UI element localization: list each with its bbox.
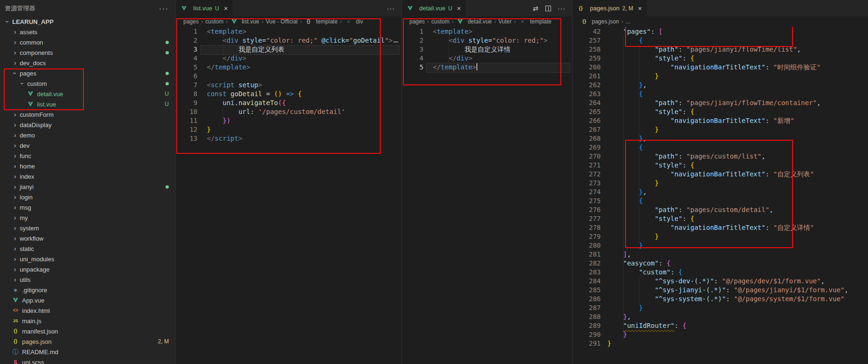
code-editor-detail-vue[interactable]: 1<template>2 <div style="color: red;">3 … [402,27,572,364]
tree-file-README.md[interactable]: ⓘREADME.md [0,347,175,357]
split-editor-icon[interactable] [545,6,551,11]
code-line-4[interactable]: 4 </div> [402,54,572,63]
code-line-287[interactable]: 287 } [573,303,868,312]
breadcrumb-item[interactable]: ... [626,18,630,25]
breadcrumb-item[interactable]: ○template [518,18,551,25]
tree-file-pages.json[interactable]: {}pages.json2, M [0,336,175,347]
code-line-281[interactable]: 281 ], [573,250,868,259]
code-line-260[interactable]: 260 "navigationBarTitleText": "时间组件验证" [573,63,868,72]
breadcrumb-item[interactable]: detail.vue [456,18,491,25]
close-icon[interactable]: × [457,5,461,12]
code-line-284[interactable]: 284 "^sys-dev-(.*)": "@/pages/dev/$1/for… [573,277,868,286]
tree-folder-index[interactable]: ›index [0,171,175,182]
close-icon[interactable]: × [638,5,642,12]
breadcrumb-item[interactable]: {}template [304,18,338,25]
tab-pages-json[interactable]: {} pages.json 2, M × [573,0,647,16]
tree-folder-uni_modules[interactable]: ›uni_modules [0,254,175,264]
code-line-269[interactable]: 269 { [573,143,868,152]
tree-folder-common[interactable]: ›common [0,37,175,47]
breadcrumb-item[interactable]: pages [183,18,199,25]
tree-folder-dev_docs[interactable]: ›dev_docs [0,58,175,68]
tree-file-uni.scss[interactable]: Suni.scss [0,357,175,364]
code-line-271[interactable]: 271 "style": { [573,161,868,170]
tree-file-index.html[interactable]: <>index.html [0,305,175,316]
breadcrumb-item[interactable]: pages [409,18,425,25]
tree-folder-unpackage[interactable]: ›unpackage [0,264,175,274]
tree-file-manifest.json[interactable]: {}manifest.json [0,326,175,336]
tree-folder-system[interactable]: ›system [0,223,175,233]
breadcrumb-item[interactable]: {}pages.json [580,18,619,25]
more-actions-icon[interactable]: ··· [159,4,169,12]
tree-file-list.vue[interactable]: list.vueU [0,99,175,109]
code-line-277[interactable]: 277 "style": { [573,214,868,223]
code-line-259[interactable]: 259 "style": { [573,54,868,63]
code-line-272[interactable]: 272 "navigationBarTitleText": "自定义列表" [573,170,868,179]
code-line-290[interactable]: 290 } [573,330,868,339]
code-line-280[interactable]: 280 } [573,241,868,250]
code-line-262[interactable]: 262 }, [573,81,868,90]
code-line-263[interactable]: 263 { [573,90,868,99]
code-line-261[interactable]: 261 } [573,72,868,81]
code-line-286[interactable]: 286 "^sys-system-(.*)": "@/pages/system/… [573,295,868,303]
code-line-283[interactable]: 283 "custom": { [573,268,868,277]
code-line-270[interactable]: 270 "path": "pages/custom/list", [573,152,868,161]
code-line-289[interactable]: 289 "uniIdRouter": { [573,321,868,330]
breadcrumb-item[interactable]: list.vue [230,18,259,25]
tree-folder-workflow[interactable]: ›workflow [0,233,175,243]
tree-file-main.js[interactable]: JSmain.js [0,316,175,326]
code-line-268[interactable]: 268 }, [573,134,868,143]
tree-folder-msg[interactable]: ›msg [0,202,175,212]
tree-folder-jianyi[interactable]: ›jianyi [0,182,175,192]
tree-folder-components[interactable]: ›components [0,47,175,58]
breadcrumb-item[interactable]: ○div [344,18,363,25]
tree-folder-assets[interactable]: ›assets [0,27,175,37]
tab-list-vue[interactable]: list.vue U × [176,0,233,16]
code-line-291[interactable]: 291} [573,339,868,348]
code-line-3[interactable]: 3 我是自定义详情 [402,45,572,54]
breadcrumb-item[interactable]: Vuter [498,18,512,25]
code-line-13[interactable]: 13</script> [176,134,401,143]
tree-folder-static[interactable]: ›static [0,243,175,254]
code-line-276[interactable]: 276 "path": "pages/custom/detail", [573,205,868,214]
code-line-282[interactable]: 282 "easycom": { [573,259,868,268]
code-line-7[interactable]: 7<script setup> [176,81,401,90]
tree-folder-dev[interactable]: ›dev [0,140,175,151]
code-line-278[interactable]: 278 "navigationBarTitleText": "自定义详情" [573,223,868,232]
code-line-1[interactable]: 1<template> [176,27,401,36]
code-line-5[interactable]: 5</template> [402,63,572,72]
breadcrumb-item[interactable]: custom [205,18,224,25]
tree-file-.gitignore[interactable]: ◆.gitignore [0,285,175,295]
tree-folder-custom[interactable]: ›custom [0,78,175,89]
code-line-264[interactable]: 264 "path": "pages/jianyi/flowTime/conta… [573,99,868,107]
code-line-275[interactable]: 275 { [573,197,868,205]
code-line-288[interactable]: 288 }, [573,312,868,321]
breadcrumb-item[interactable]: Vue - Official [266,18,298,25]
code-line-6[interactable]: 6 [176,72,401,81]
tree-folder-demo[interactable]: ›demo [0,130,175,140]
code-line-10[interactable]: 10 url: '/pages/custom/detail' [176,107,401,116]
tree-folder-dataDisplay[interactable]: ›dataDisplay [0,120,175,130]
code-line-267[interactable]: 267 } [573,125,868,134]
code-line-12[interactable]: 12} [176,125,401,134]
more-actions-icon[interactable]: ··· [558,5,566,12]
tree-folder-func[interactable]: ›func [0,151,175,161]
code-line-265[interactable]: 265 "style": { [573,107,868,116]
tree-folder-login[interactable]: ›login [0,192,175,202]
code-line-258[interactable]: 258 "path": "pages/jianyi/flowTime/list"… [573,45,868,54]
tree-folder-pages[interactable]: ›pages [0,68,175,78]
compare-changes-icon[interactable]: ⇄ [533,5,539,12]
tree-folder-LEARUN_APP[interactable]: ›LEARUN_APP [0,16,175,27]
close-icon[interactable]: × [224,5,228,12]
code-line-42[interactable]: 42 "pages": [ [573,27,868,36]
code-line-285[interactable]: 285 "^sys-jianyi-(.*)": "@/pages/jianyi/… [573,286,868,295]
tree-folder-home[interactable]: ›home [0,161,175,171]
code-line-8[interactable]: 8const goDetail = () => { [176,90,401,99]
code-line-1[interactable]: 1<template> [402,27,572,36]
code-line-5[interactable]: 5</template> [176,63,401,72]
tree-folder-utils[interactable]: ›utils [0,274,175,285]
code-editor-list-vue[interactable]: 1<template>2 <div style="color: red;" @c… [176,27,401,364]
code-editor-pages-json[interactable]: 42 "pages": [257 {258 "path": "pages/jia… [573,27,868,364]
code-line-266[interactable]: 266 "navigationBarTitleText": "新增" [573,116,868,125]
code-line-2[interactable]: 2 <div style="color: red;" @click="goDet… [176,36,401,45]
tree-file-detail.vue[interactable]: detail.vueU [0,89,175,99]
